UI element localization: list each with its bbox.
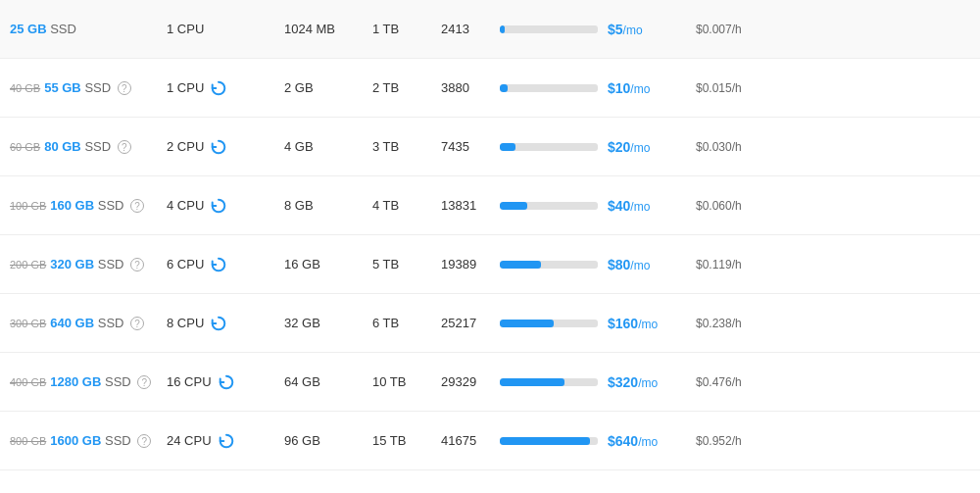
speed-icon (210, 315, 227, 332)
price-hourly: $0.119/h (696, 258, 742, 271)
table-row[interactable]: 400 GB1280 GB SSD ? 16 CPU 64 GB 10 TB 2… (0, 353, 980, 412)
storage-old: 40 GB (10, 82, 40, 94)
col-price: $160/mo (608, 316, 696, 331)
col-speed: 19389 (441, 257, 500, 271)
col-transfer: 6 TB (372, 316, 441, 330)
col-price: $80/mo (608, 257, 696, 272)
col-hourly: $0.015/h (696, 80, 774, 95)
help-icon[interactable]: ? (130, 258, 144, 271)
storage-new: 640 GB (50, 316, 94, 330)
col-bar (500, 84, 608, 92)
help-icon[interactable]: ? (130, 317, 144, 330)
col-ram: 8 GB (284, 198, 372, 213)
storage-new: 1280 GB (50, 374, 101, 389)
bar-container (500, 320, 598, 327)
price-hourly: $0.030/h (696, 140, 742, 154)
cpu-count: 1 CPU (167, 22, 204, 36)
col-hourly: $0.476/h (696, 374, 774, 389)
col-price: $20/mo (608, 139, 696, 155)
bar-container (500, 202, 598, 210)
table-row[interactable]: 25 GB SSD 1 CPU 1024 MB 1 TB 2413 $5/mo … (0, 0, 980, 59)
col-bar (500, 320, 608, 327)
price-hourly: $0.476/h (696, 375, 742, 389)
col-storage: 25 GB SSD (10, 22, 167, 36)
col-storage: 300 GB640 GB SSD ? (10, 316, 167, 331)
col-speed: 41675 (441, 433, 500, 448)
price-monthly: $80/mo (608, 257, 650, 272)
storage-type: SSD (98, 316, 124, 330)
storage-old: 200 GB (10, 259, 46, 271)
col-speed: 25217 (441, 316, 500, 330)
col-hourly: $0.007/h (696, 22, 774, 36)
price-hourly: $0.007/h (696, 23, 742, 36)
col-storage: 100 GB160 GB SSD ? (10, 198, 167, 214)
storage-type: SSD (84, 139, 111, 154)
price-hourly: $0.015/h (696, 81, 742, 95)
col-transfer: 15 TB (372, 433, 441, 448)
speed-icon (218, 432, 235, 450)
table-row[interactable]: 300 GB640 GB SSD ? 8 CPU 32 GB 6 TB 2521… (0, 294, 980, 353)
storage-old: 400 GB (10, 376, 46, 388)
col-bar (500, 378, 608, 386)
table-row[interactable]: 800 GB1600 GB SSD ? 24 CPU 96 GB 15 TB 4… (0, 412, 980, 470)
storage-new: 160 GB (50, 198, 94, 213)
price-hourly: $0.238/h (696, 317, 742, 330)
col-bar (500, 25, 608, 33)
col-hourly: $0.060/h (696, 198, 774, 213)
bar-fill (500, 143, 515, 151)
cpu-count: 24 CPU (167, 433, 212, 448)
bar-container (500, 261, 598, 269)
help-icon[interactable]: ? (118, 81, 131, 95)
speed-icon (210, 197, 227, 215)
bar-fill (500, 261, 541, 269)
col-hourly: $0.030/h (696, 139, 774, 154)
col-ram: 64 GB (284, 374, 372, 389)
col-transfer: 5 TB (372, 257, 441, 271)
help-icon[interactable]: ? (137, 434, 151, 448)
col-hourly: $0.119/h (696, 257, 774, 271)
price-monthly: $160/mo (608, 316, 658, 331)
col-storage: 40 GB55 GB SSD ? (10, 80, 167, 96)
col-price: $5/mo (608, 22, 696, 37)
col-hourly: $0.952/h (696, 433, 774, 448)
bar-fill (500, 84, 508, 92)
help-icon[interactable]: ? (137, 375, 151, 389)
price-monthly: $320/mo (608, 374, 658, 390)
cpu-count: 16 CPU (167, 374, 212, 389)
cpu-count: 2 CPU (167, 139, 204, 154)
col-storage: 60 GB80 GB SSD ? (10, 139, 167, 155)
col-ram: 2 GB (284, 80, 372, 95)
col-ram: 4 GB (284, 139, 372, 154)
table-row[interactable]: 200 GB320 GB SSD ? 6 CPU 16 GB 5 TB 1938… (0, 235, 980, 294)
cpu-count: 6 CPU (167, 257, 204, 271)
speed-icon (210, 138, 227, 156)
bar-container (500, 84, 598, 92)
bar-container (500, 25, 598, 33)
col-transfer: 1 TB (372, 22, 441, 36)
col-price: $640/mo (608, 433, 696, 449)
col-ram: 96 GB (284, 433, 372, 448)
col-cpu: 24 CPU (167, 432, 284, 450)
storage-type: SSD (105, 374, 131, 389)
cpu-count: 1 CPU (167, 80, 204, 95)
bar-fill (500, 378, 564, 386)
bar-container (500, 378, 598, 386)
table-row[interactable]: 60 GB80 GB SSD ? 2 CPU 4 GB 3 TB 7435 $2… (0, 118, 980, 176)
col-cpu: 1 CPU (167, 79, 284, 97)
col-ram: 16 GB (284, 257, 372, 271)
storage-new: 80 GB (44, 139, 81, 154)
price-monthly: $5/mo (608, 22, 643, 37)
bar-fill (500, 25, 505, 33)
bar-container (500, 437, 598, 445)
storage-old: 800 GB (10, 435, 46, 447)
col-speed: 7435 (441, 139, 500, 154)
pricing-table: 25 GB SSD 1 CPU 1024 MB 1 TB 2413 $5/mo … (0, 0, 980, 470)
storage-old: 60 GB (10, 141, 40, 153)
storage-type: SSD (98, 198, 124, 213)
table-row[interactable]: 40 GB55 GB SSD ? 1 CPU 2 GB 2 TB 3880 $1… (0, 59, 980, 118)
col-transfer: 4 TB (372, 198, 441, 213)
help-icon[interactable]: ? (118, 140, 131, 154)
col-cpu: 1 CPU (167, 22, 284, 36)
table-row[interactable]: 100 GB160 GB SSD ? 4 CPU 8 GB 4 TB 13831… (0, 176, 980, 235)
help-icon[interactable]: ? (130, 199, 144, 213)
